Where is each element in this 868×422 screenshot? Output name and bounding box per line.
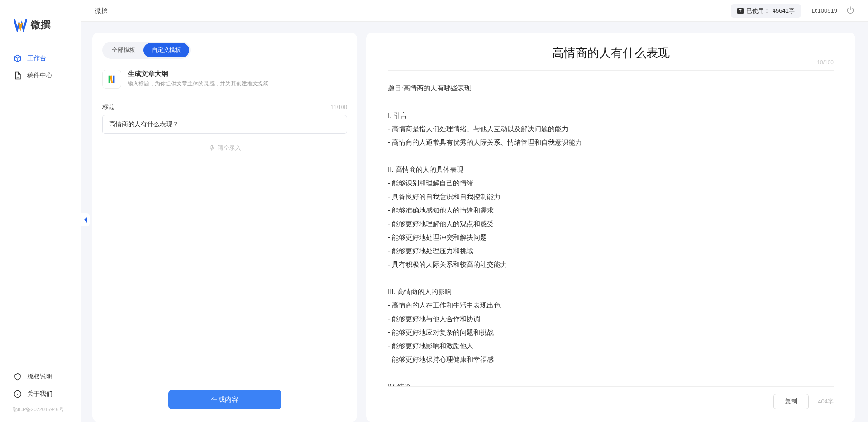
nav-drafts-label: 稿件中心: [27, 71, 52, 80]
field-counter: 11/100: [330, 104, 347, 110]
main-content: 全部模板 自定义模板 生成文章大纲 输入标题，为你提供文章主体的灵感，并为其创建…: [81, 22, 868, 422]
template-desc: 输入标题，为你提供文章主体的灵感，并为其创建推文提纲: [128, 80, 269, 88]
output-title[interactable]: 高情商的人有什么表现: [388, 45, 834, 61]
output-footer: 复制 404字: [388, 386, 834, 409]
output-panel: 高情商的人有什么表现 10/100 题目:高情商的人有哪些表现 I. 引言 - …: [366, 33, 855, 422]
topbar-right: T 已使用： 45641字 ID:100519: [731, 4, 854, 18]
field-label: 标题: [102, 103, 115, 111]
usage-value: 45641字: [773, 7, 795, 15]
output-header: 高情商的人有什么表现 10/100: [388, 45, 834, 71]
output-body[interactable]: 题目:高情商的人有哪些表现 I. 引言 - 高情商是指人们处理情绪、与他人互动以…: [388, 71, 834, 386]
word-count: 404字: [818, 398, 834, 406]
power-icon: [846, 6, 854, 14]
voice-hint-text: 请空录入: [218, 144, 241, 152]
topbar: 微撰 T 已使用： 45641字 ID:100519: [81, 0, 868, 22]
sidebar-bottom: 版权说明 关于我们 鄂ICP备2022016946号: [0, 364, 81, 422]
tab-custom-templates[interactable]: 自定义模板: [143, 43, 189, 57]
usage-label: 已使用：: [746, 7, 770, 15]
svg-rect-4: [110, 76, 113, 83]
sidebar: 微撰 工作台 稿件中心 版权说明 关于我们 鄂ICP备2022016946号: [0, 0, 81, 422]
template-info: 生成文章大纲 输入标题，为你提供文章主体的灵感，并为其创建推文提纲: [128, 70, 269, 89]
cube-icon: [14, 54, 22, 62]
template-title: 生成文章大纲: [128, 70, 269, 78]
title-input[interactable]: [102, 115, 347, 134]
field-header: 标题 11/100: [102, 103, 347, 111]
logo-text: 微撰: [31, 18, 51, 32]
power-button[interactable]: [846, 6, 854, 16]
books-icon: [107, 74, 117, 84]
template-icon: [102, 70, 121, 89]
nav-about-label: 关于我们: [27, 390, 52, 398]
nav-workspace[interactable]: 工作台: [0, 50, 81, 67]
token-icon: T: [737, 8, 744, 14]
svg-rect-5: [113, 76, 115, 83]
voice-input-hint[interactable]: 请空录入: [102, 144, 347, 152]
svg-rect-6: [211, 145, 213, 148]
logo-icon: [14, 18, 27, 32]
nav-about[interactable]: 关于我们: [0, 385, 81, 403]
nav-main: 工作台 稿件中心: [0, 45, 81, 364]
template-card: 生成文章大纲 输入标题，为你提供文章主体的灵感，并为其创建推文提纲: [102, 70, 347, 89]
usage-badge[interactable]: T 已使用： 45641字: [731, 4, 801, 18]
shield-icon: [14, 373, 22, 381]
copy-button[interactable]: 复制: [773, 394, 809, 409]
nav-copyright[interactable]: 版权说明: [0, 368, 81, 385]
nav-workspace-label: 工作台: [27, 54, 46, 62]
nav-drafts[interactable]: 稿件中心: [0, 67, 81, 84]
svg-rect-3: [109, 76, 110, 83]
logo: 微撰: [0, 0, 81, 45]
template-tabs: 全部模板 自定义模板: [102, 42, 191, 59]
generate-button[interactable]: 生成内容: [168, 390, 281, 409]
output-title-counter: 10/100: [817, 59, 834, 66]
icp-text: 鄂ICP备2022016946号: [0, 403, 81, 413]
info-icon: [14, 390, 22, 398]
chevron-left-icon: [83, 217, 88, 223]
input-panel: 全部模板 自定义模板 生成文章大纲 输入标题，为你提供文章主体的灵感，并为其创建…: [92, 33, 357, 422]
document-icon: [14, 71, 22, 80]
mic-icon: [209, 145, 215, 151]
tab-all-templates[interactable]: 全部模板: [104, 43, 143, 57]
topbar-title: 微撰: [95, 7, 108, 15]
user-id: ID:100519: [810, 7, 837, 14]
nav-copyright-label: 版权说明: [27, 373, 52, 381]
sidebar-collapse-handle[interactable]: [81, 213, 90, 226]
